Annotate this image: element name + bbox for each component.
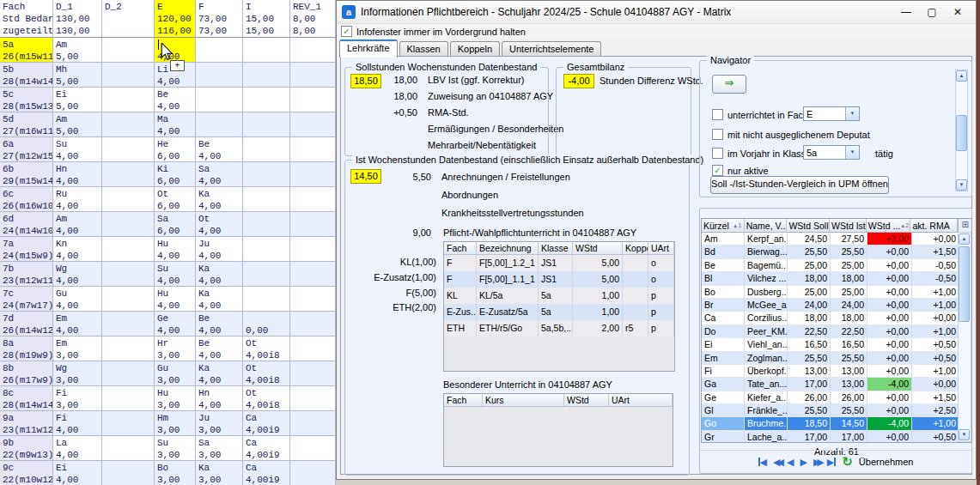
go-button[interactable]: ⇒: [712, 75, 746, 94]
filter-checkbox[interactable]: [712, 109, 723, 120]
matrix-cell[interactable]: Ge4,00: [155, 312, 196, 336]
matrix-class-cell[interactable]: 7b23(m12w11): [0, 262, 53, 287]
filter-checkbox[interactable]: [712, 129, 723, 140]
matrix-cell[interactable]: [102, 38, 155, 63]
matrix-cell[interactable]: Be4,00: [196, 336, 243, 361]
matrix-cell[interactable]: Ot6,00: [155, 187, 196, 212]
matrix-cell[interactable]: Sa4,00: [196, 162, 243, 187]
matrix-cell[interactable]: [243, 162, 290, 187]
matrix-class-cell[interactable]: 6d24(m14w10): [0, 212, 53, 237]
matrix-col-header[interactable]: REV_18,008,00: [290, 0, 336, 38]
matrix-col-header[interactable]: F73,0073,00: [196, 0, 243, 38]
column-header[interactable]: Kurs: [483, 394, 564, 406]
matrix-cell[interactable]: Ca4,00i9: [243, 461, 290, 485]
matrix-cell[interactable]: Kn4,00: [53, 237, 102, 262]
teacher-row[interactable]: BdBierwag...25,5025,50+0,00+1,50: [702, 246, 971, 258]
matrix-cell[interactable]: Hn4,00: [196, 386, 243, 411]
dropdown-icon[interactable]: ▼: [845, 107, 859, 120]
matrix-cell[interactable]: Ei4,00: [53, 461, 102, 485]
column-header[interactable]: Name, V...: [745, 219, 788, 232]
pflicht-table[interactable]: FachBezeichnungKlasseWStdKoppelUArt FF[5…: [443, 241, 675, 372]
matrix-cell[interactable]: 0,00: [243, 312, 290, 336]
matrix-cell[interactable]: Be4,00: [196, 137, 243, 162]
matrix-cell[interactable]: Be4,00: [196, 312, 243, 336]
matrix-cell[interactable]: Gu4,00: [53, 287, 102, 312]
matrix-cell[interactable]: Ki6,00: [155, 162, 196, 187]
tab-lehrkräfte[interactable]: Lehrkräfte: [339, 39, 398, 58]
matrix-cell[interactable]: Am5,00: [53, 38, 102, 63]
teacher-row[interactable]: BeBagemü...25,0025,00+0,00-0,50: [702, 259, 971, 272]
matrix-class-cell[interactable]: 9c22(m10w12): [0, 461, 53, 485]
matrix-cell[interactable]: [102, 386, 155, 411]
matrix-cell[interactable]: [243, 137, 290, 162]
teacher-row[interactable]: GrLache_a...17,0017,00+0,00+0,50: [702, 431, 971, 443]
matrix-cell[interactable]: [290, 336, 336, 361]
teacher-scrollbar[interactable]: ▲ ▼: [958, 232, 971, 442]
matrix-class-cell[interactable]: 5b28(m14w14): [0, 63, 53, 88]
matrix-cell[interactable]: [290, 361, 336, 386]
matrix-cell[interactable]: [196, 63, 243, 88]
unterricht-row[interactable]: FF[5,00]_1.2_1JS15,00o: [444, 255, 674, 271]
matrix-cell[interactable]: [290, 461, 336, 485]
unterricht-row[interactable]: FF[5,00]_1.1_1JS15,00o: [444, 271, 674, 288]
matrix-class-cell[interactable]: 8c28(m14w14): [0, 386, 53, 411]
column-header[interactable]: WStd Ist: [830, 219, 867, 232]
matrix-cell[interactable]: Ka3,00: [196, 461, 243, 485]
matrix-class-cell[interactable]: 7d26(m14w12): [0, 312, 53, 336]
column-header[interactable]: WStd: [564, 394, 609, 406]
column-header[interactable]: Bezeichnung: [477, 242, 539, 254]
matrix-col-header[interactable]: I15,0015,00: [243, 0, 290, 38]
matrix-cell[interactable]: [290, 137, 336, 162]
matrix-class-cell[interactable]: 7c24(m7w17): [0, 287, 53, 312]
matrix-class-cell[interactable]: 6a27(m12w15): [0, 137, 53, 162]
matrix-cell[interactable]: [243, 212, 290, 237]
matrix-cell[interactable]: [243, 287, 290, 312]
matrix-cell[interactable]: [102, 237, 155, 262]
column-header[interactable]: WStd ...▲2: [867, 219, 911, 232]
matrix-cell[interactable]: Wg3,00: [53, 361, 102, 386]
matrix-cell[interactable]: [102, 287, 155, 312]
scroll-down-icon[interactable]: ▼: [956, 179, 967, 191]
matrix-cell[interactable]: Mh5,00: [53, 63, 102, 88]
matrix-cell[interactable]: Hu3,00: [155, 386, 196, 411]
matrix-col-header[interactable]: E120,00116,00: [155, 0, 196, 38]
matrix-cell[interactable]: [102, 137, 155, 162]
matrix-cell[interactable]: Sa6,00: [155, 212, 196, 237]
matrix-cell[interactable]: Ot4,00i8: [243, 336, 290, 361]
matrix-cell[interactable]: [102, 187, 155, 212]
matrix-cell[interactable]: [196, 88, 243, 112]
matrix-cell[interactable]: [102, 411, 155, 436]
always-on-top-checkbox[interactable]: ✓: [341, 26, 352, 37]
matrix-cell[interactable]: [102, 212, 155, 237]
column-header[interactable]: WStd: [573, 242, 623, 254]
maximize-button[interactable]: ▢: [919, 3, 945, 21]
matrix-class-cell[interactable]: 5d27(m16w11): [0, 112, 53, 137]
column-header[interactable]: UArt: [609, 394, 673, 406]
teacher-row[interactable]: BrMcGee_a...24,0024,00+0,00+1,00: [702, 299, 971, 312]
teacher-row[interactable]: BlVilchez ...18,0018,00+0,00-0,50: [702, 272, 971, 285]
matrix-cell[interactable]: Sa3,00: [196, 436, 243, 461]
filter-combobox[interactable]: E▼: [803, 106, 860, 121]
matrix-cell[interactable]: Fi4,00: [53, 411, 102, 436]
matrix-cell[interactable]: [243, 237, 290, 262]
matrix-cell[interactable]: 4,00: [155, 38, 196, 63]
teacher-row[interactable]: EiViehl_an...16,5016,50+0,00+0,50: [702, 338, 971, 351]
fast-next-button[interactable]: ▶▶: [813, 457, 821, 467]
matrix-cell[interactable]: [290, 436, 336, 461]
minimize-button[interactable]: —: [893, 3, 919, 21]
matrix-class-cell[interactable]: 8a28(m19w9): [0, 336, 53, 361]
matrix-cell[interactable]: Hu4,00: [155, 287, 196, 312]
matrix-cell[interactable]: Ma4,00: [155, 112, 196, 137]
matrix-cell[interactable]: [290, 287, 336, 312]
matrix-class-cell[interactable]: 7a24(m15w9): [0, 237, 53, 262]
matrix-cell[interactable]: [102, 336, 155, 361]
fast-prev-button[interactable]: ◀◀: [773, 457, 781, 467]
matrix-cell[interactable]: [243, 262, 290, 287]
matrix-cell[interactable]: Hr3,00: [155, 336, 196, 361]
matrix-cell[interactable]: [290, 187, 336, 212]
matrix-cell[interactable]: Hm3,00: [155, 411, 196, 436]
matrix-cell[interactable]: Hu4,00: [155, 237, 196, 262]
matrix-cell[interactable]: Su4,00: [155, 262, 196, 287]
matrix-cell[interactable]: Am4,00: [53, 212, 102, 237]
matrix-cell[interactable]: [290, 262, 336, 287]
